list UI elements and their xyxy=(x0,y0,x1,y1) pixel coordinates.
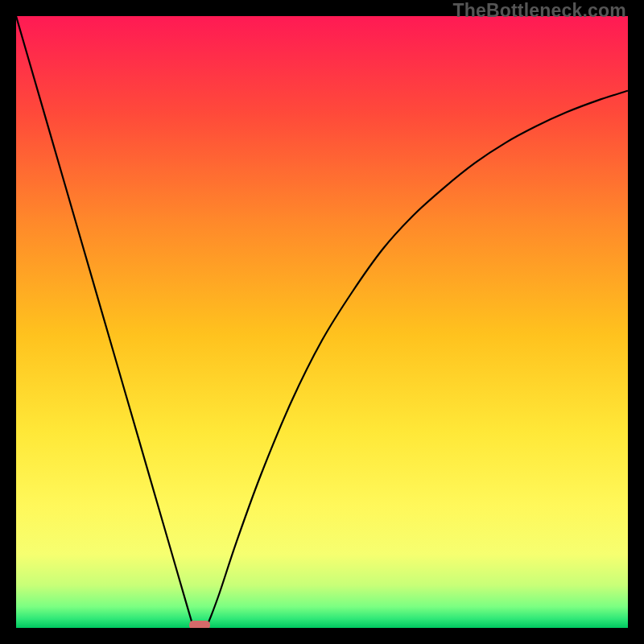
watermark-text: TheBottleneck.com xyxy=(452,0,626,22)
chart-frame xyxy=(16,16,628,628)
gradient-background xyxy=(16,16,628,628)
chart-svg xyxy=(16,16,628,628)
optimal-marker xyxy=(189,621,210,628)
